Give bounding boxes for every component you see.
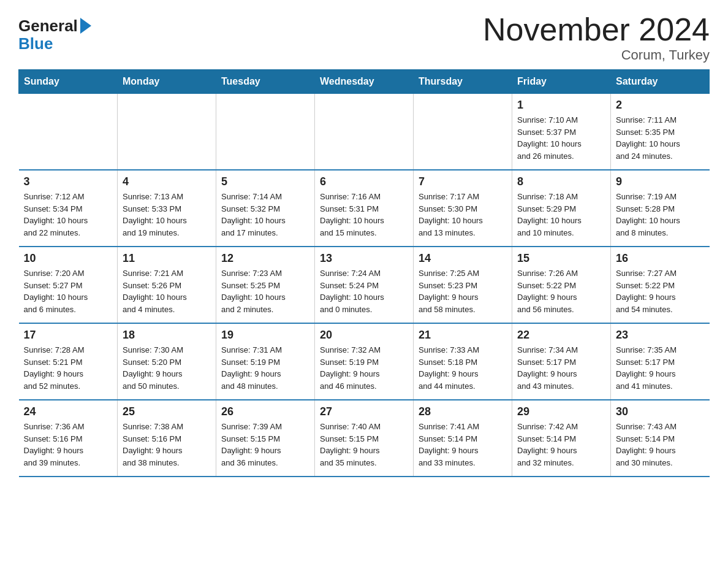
calendar-cell: 20Sunrise: 7:32 AM Sunset: 5:19 PM Dayli… [315,323,414,400]
day-number: 5 [221,175,309,188]
day-info: Sunrise: 7:36 AM Sunset: 5:16 PM Dayligh… [24,421,113,469]
day-number: 11 [123,252,211,265]
calendar-cell [19,94,118,170]
calendar-cell: 23Sunrise: 7:35 AM Sunset: 5:17 PM Dayli… [611,323,710,400]
day-info: Sunrise: 7:10 AM Sunset: 5:37 PM Dayligh… [517,114,605,162]
calendar-cell: 19Sunrise: 7:31 AM Sunset: 5:19 PM Dayli… [216,323,315,400]
calendar-week-1: 1Sunrise: 7:10 AM Sunset: 5:37 PM Daylig… [19,94,710,170]
calendar-week-2: 3Sunrise: 7:12 AM Sunset: 5:34 PM Daylig… [19,170,710,247]
calendar-cell: 5Sunrise: 7:14 AM Sunset: 5:32 PM Daylig… [216,170,315,247]
day-info: Sunrise: 7:25 AM Sunset: 5:23 PM Dayligh… [419,267,507,315]
day-number: 23 [616,329,705,342]
day-number: 20 [320,329,408,342]
day-info: Sunrise: 7:35 AM Sunset: 5:17 PM Dayligh… [616,344,705,392]
day-number: 29 [517,405,605,418]
calendar-cell: 7Sunrise: 7:17 AM Sunset: 5:30 PM Daylig… [414,170,512,247]
calendar-cell: 28Sunrise: 7:41 AM Sunset: 5:14 PM Dayli… [414,400,512,477]
day-info: Sunrise: 7:18 AM Sunset: 5:29 PM Dayligh… [517,191,605,239]
calendar-cell: 27Sunrise: 7:40 AM Sunset: 5:15 PM Dayli… [315,400,414,477]
calendar-cell [414,94,512,170]
day-info: Sunrise: 7:38 AM Sunset: 5:16 PM Dayligh… [123,421,211,469]
calendar-cell: 25Sunrise: 7:38 AM Sunset: 5:16 PM Dayli… [118,400,216,477]
weekday-header-monday: Monday [118,70,216,94]
day-number: 13 [320,252,408,265]
day-number: 6 [320,175,408,188]
calendar-cell [315,94,414,170]
day-info: Sunrise: 7:39 AM Sunset: 5:15 PM Dayligh… [221,421,309,469]
day-number: 16 [616,252,705,265]
calendar-cell: 15Sunrise: 7:26 AM Sunset: 5:22 PM Dayli… [512,247,611,323]
calendar-cell: 26Sunrise: 7:39 AM Sunset: 5:15 PM Dayli… [216,400,315,477]
day-number: 9 [616,175,705,188]
calendar-cell: 1Sunrise: 7:10 AM Sunset: 5:37 PM Daylig… [512,94,611,170]
logo-general-text: General [18,17,78,35]
calendar-cell: 14Sunrise: 7:25 AM Sunset: 5:23 PM Dayli… [414,247,512,323]
day-info: Sunrise: 7:31 AM Sunset: 5:19 PM Dayligh… [221,344,309,392]
day-info: Sunrise: 7:32 AM Sunset: 5:19 PM Dayligh… [320,344,408,392]
calendar-cell: 12Sunrise: 7:23 AM Sunset: 5:25 PM Dayli… [216,247,315,323]
day-number: 7 [419,175,507,188]
day-info: Sunrise: 7:42 AM Sunset: 5:14 PM Dayligh… [517,421,605,469]
calendar-cell: 6Sunrise: 7:16 AM Sunset: 5:31 PM Daylig… [315,170,414,247]
calendar-cell: 3Sunrise: 7:12 AM Sunset: 5:34 PM Daylig… [19,170,118,247]
page-header: General Blue November 2024 Corum, Turkey [18,12,710,63]
day-info: Sunrise: 7:33 AM Sunset: 5:18 PM Dayligh… [419,344,507,392]
calendar-week-4: 17Sunrise: 7:28 AM Sunset: 5:21 PM Dayli… [19,323,710,400]
calendar-cell: 11Sunrise: 7:21 AM Sunset: 5:26 PM Dayli… [118,247,216,323]
day-info: Sunrise: 7:27 AM Sunset: 5:22 PM Dayligh… [616,267,705,315]
weekday-header-saturday: Saturday [611,70,710,94]
logo: General Blue [18,17,91,52]
calendar-cell: 21Sunrise: 7:33 AM Sunset: 5:18 PM Dayli… [414,323,512,400]
day-info: Sunrise: 7:13 AM Sunset: 5:33 PM Dayligh… [123,191,211,239]
day-info: Sunrise: 7:21 AM Sunset: 5:26 PM Dayligh… [123,267,211,315]
calendar-cell: 9Sunrise: 7:19 AM Sunset: 5:28 PM Daylig… [611,170,710,247]
day-number: 4 [123,175,211,188]
calendar-week-5: 24Sunrise: 7:36 AM Sunset: 5:16 PM Dayli… [19,400,710,477]
calendar-cell: 10Sunrise: 7:20 AM Sunset: 5:27 PM Dayli… [19,247,118,323]
weekday-header-thursday: Thursday [414,70,512,94]
calendar-cell: 8Sunrise: 7:18 AM Sunset: 5:29 PM Daylig… [512,170,611,247]
day-number: 18 [123,329,211,342]
calendar-header-row: SundayMondayTuesdayWednesdayThursdayFrid… [19,70,710,94]
calendar-cell: 17Sunrise: 7:28 AM Sunset: 5:21 PM Dayli… [19,323,118,400]
day-number: 21 [419,329,507,342]
day-info: Sunrise: 7:12 AM Sunset: 5:34 PM Dayligh… [24,191,113,239]
day-number: 25 [123,405,211,418]
day-info: Sunrise: 7:20 AM Sunset: 5:27 PM Dayligh… [24,267,113,315]
day-info: Sunrise: 7:41 AM Sunset: 5:14 PM Dayligh… [419,421,507,469]
calendar-cell: 18Sunrise: 7:30 AM Sunset: 5:20 PM Dayli… [118,323,216,400]
calendar-week-3: 10Sunrise: 7:20 AM Sunset: 5:27 PM Dayli… [19,247,710,323]
day-number: 28 [419,405,507,418]
day-number: 1 [517,99,605,112]
title-block: November 2024 Corum, Turkey [483,12,710,63]
day-info: Sunrise: 7:43 AM Sunset: 5:14 PM Dayligh… [616,421,705,469]
day-info: Sunrise: 7:14 AM Sunset: 5:32 PM Dayligh… [221,191,309,239]
subtitle: Corum, Turkey [483,47,710,63]
calendar-table: SundayMondayTuesdayWednesdayThursdayFrid… [18,69,710,477]
day-number: 24 [24,405,113,418]
day-number: 3 [24,175,113,188]
day-number: 2 [616,99,705,112]
main-title: November 2024 [483,12,710,47]
calendar-cell: 4Sunrise: 7:13 AM Sunset: 5:33 PM Daylig… [118,170,216,247]
calendar-cell: 22Sunrise: 7:34 AM Sunset: 5:17 PM Dayli… [512,323,611,400]
day-info: Sunrise: 7:11 AM Sunset: 5:35 PM Dayligh… [616,114,705,162]
calendar-cell: 13Sunrise: 7:24 AM Sunset: 5:24 PM Dayli… [315,247,414,323]
day-number: 22 [517,329,605,342]
day-number: 26 [221,405,309,418]
day-info: Sunrise: 7:16 AM Sunset: 5:31 PM Dayligh… [320,191,408,239]
calendar-cell: 24Sunrise: 7:36 AM Sunset: 5:16 PM Dayli… [19,400,118,477]
calendar-cell [216,94,315,170]
weekday-header-sunday: Sunday [19,70,118,94]
day-number: 14 [419,252,507,265]
day-number: 27 [320,405,408,418]
day-number: 8 [517,175,605,188]
weekday-header-wednesday: Wednesday [315,70,414,94]
calendar-cell: 30Sunrise: 7:43 AM Sunset: 5:14 PM Dayli… [611,400,710,477]
weekday-header-friday: Friday [512,70,611,94]
logo-arrow-icon [80,18,91,34]
day-info: Sunrise: 7:30 AM Sunset: 5:20 PM Dayligh… [123,344,211,392]
day-info: Sunrise: 7:28 AM Sunset: 5:21 PM Dayligh… [24,344,113,392]
day-info: Sunrise: 7:19 AM Sunset: 5:28 PM Dayligh… [616,191,705,239]
weekday-header-tuesday: Tuesday [216,70,315,94]
